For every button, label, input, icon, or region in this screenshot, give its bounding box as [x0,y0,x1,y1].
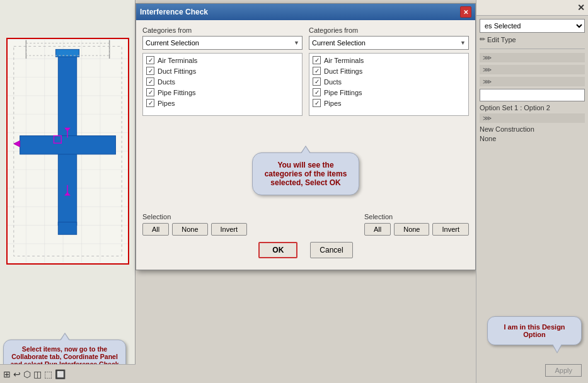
right-category-dropdown[interactable]: Current Selection ▼ [309,36,469,50]
right-section-2: ⋙ [480,65,585,74]
blueprint-area [6,38,129,265]
right-text-input[interactable] [480,89,585,101]
right-section-4: ⋙ [480,113,585,123]
left-selection-area: Selection All None Invert [142,213,247,236]
categories-row: Categories from Current Selection ▼ Air … [142,26,469,116]
right-panel-close[interactable]: ✕ [577,3,585,13]
dialog-bottom-row: OK Cancel [142,238,469,263]
edit-type-button[interactable]: ✏ Edit Type [480,35,585,43]
dialog-close-button[interactable]: ✕ [460,6,471,18]
left-selection-buttons: All None Invert [142,223,247,236]
left-selection-label: Selection [142,213,247,220]
item-label-pipes-right: Pipes [324,100,342,107]
svg-rect-19 [20,136,116,154]
right-category-panel: Categories from Current Selection ▼ Air … [309,26,469,116]
left-items-list: Air Terminals Duct Fittings Ducts Pipe F… [142,53,303,116]
left-invert-button[interactable]: Invert [211,223,248,236]
list-item-pipes-left[interactable]: Pipes [144,98,301,108]
new-construction-row: New Construction [480,125,585,133]
item-label-pipe-fittings-left: Pipe Fittings [158,89,196,96]
expand-arrow-1[interactable]: ⋙ [483,54,492,61]
toolbar-icon-2[interactable]: ↩ [13,369,21,379]
balloon-arrow-up [60,333,70,340]
list-item-ducts-left[interactable]: Ducts [144,76,301,87]
checkbox-duct-fittings-right[interactable] [313,67,321,75]
left-all-button[interactable]: All [142,223,169,236]
middle-balloon-arrow [301,146,311,153]
middle-section: You will see the categories of the items… [142,121,469,209]
right-properties-panel: ✕ es Selected ✏ Edit Type ⋙ ⋙ ⋙ Option S… [476,0,588,383]
none-label: None [480,135,585,142]
left-category-panel: Categories from Current Selection ▼ Air … [142,26,303,116]
checkbox-pipes-left[interactable] [146,99,154,107]
item-label-pipe-fittings-right: Pipe Fittings [324,89,362,96]
ok-button[interactable]: OK [258,242,297,258]
right-categories-label: Categories from [309,26,469,34]
left-categories-label: Categories from [142,26,303,34]
expand-arrow-3[interactable]: ⋙ [483,78,492,85]
apply-button[interactable]: Apply [545,364,582,377]
right-panel-content: es Selected ✏ Edit Type ⋙ ⋙ ⋙ Option Set… [476,16,588,147]
right-selection-buttons: All None Invert [364,223,469,236]
list-item-ducts-right[interactable]: Ducts [311,76,467,87]
item-label-air-terminals-left: Air Terminals [158,57,197,64]
dialog-footer: Selection All None Invert Selection All … [142,209,469,238]
new-construction-label: New Construction [480,125,534,133]
item-label-duct-fittings-right: Duct Fittings [324,67,362,75]
toolbar-icon-6[interactable]: 🔲 [55,369,66,379]
list-item-air-terminals-right[interactable]: Air Terminals [311,55,467,66]
separator-1 [480,49,585,49]
right-dropdown-value: Current Selection [312,39,366,47]
item-label-ducts-left: Ducts [158,78,175,86]
toolbar-icon-5[interactable]: ⬚ [44,369,52,379]
right-instruction-balloon: I am in this Design Option [487,316,582,345]
edit-type-icon: ✏ [480,35,485,43]
right-items-list: Air Terminals Duct Fittings Ducts Pipe F… [309,53,469,116]
checkbox-pipes-right[interactable] [313,99,321,107]
left-panel: Select items, now go to the Collaborate … [0,0,135,383]
right-selection-area: Selection All None Invert [364,213,469,236]
right-section-1: ⋙ [480,53,585,62]
edit-type-label: Edit Type [487,36,516,43]
left-category-dropdown[interactable]: Current Selection ▼ [142,36,303,50]
item-label-duct-fittings-left: Duct Fittings [158,67,196,75]
list-item-pipes-right[interactable]: Pipes [311,98,467,108]
toolbar-icon-3[interactable]: ⬡ [23,369,31,379]
right-dropdown-arrow: ▼ [460,40,466,46]
left-dropdown-arrow: ▼ [294,40,299,46]
item-label-ducts-right: Ducts [324,78,342,86]
right-panel-dropdown-row: es Selected [480,19,585,33]
expand-arrow-4[interactable]: ⋙ [483,115,492,122]
list-item-duct-fittings-left[interactable]: Duct Fittings [144,66,301,76]
cancel-button[interactable]: Cancel [310,242,352,258]
right-invert-button[interactable]: Invert [432,223,469,236]
expand-arrow-2[interactable]: ⋙ [483,66,492,73]
right-none-button[interactable]: None [394,223,429,236]
checkbox-ducts-left[interactable] [146,77,154,86]
right-all-button[interactable]: All [364,223,391,236]
toolbar-icon-1[interactable]: ⊞ [3,369,11,379]
right-balloon-text: I am in this Design Option [504,323,565,338]
option-set-label: Option Set 1 : Option 2 [480,104,585,111]
list-item-pipe-fittings-left[interactable]: Pipe Fittings [144,87,301,98]
left-dropdown-value: Current Selection [146,39,199,47]
right-panel-header: ✕ [476,0,588,16]
item-label-air-terminals-right: Air Terminals [324,57,364,64]
blueprint-svg [8,39,128,263]
checkbox-air-terminals-right[interactable] [313,56,321,64]
toolbar-icon-4[interactable]: ◫ [33,369,42,379]
list-item-air-terminals-left[interactable]: Air Terminals [144,55,301,66]
checkbox-pipe-fittings-right[interactable] [313,88,321,96]
right-section-3: ⋙ [480,77,585,86]
svg-rect-21 [58,222,76,235]
checkbox-air-terminals-left[interactable] [146,56,154,64]
checkbox-pipe-fittings-left[interactable] [146,88,154,96]
item-label-pipes-left: Pipes [158,100,175,107]
list-item-pipe-fittings-right[interactable]: Pipe Fittings [311,87,467,98]
right-panel-dropdown[interactable]: es Selected [480,19,585,33]
left-none-button[interactable]: None [172,223,207,236]
checkbox-ducts-right[interactable] [313,77,321,86]
checkbox-duct-fittings-left[interactable] [146,67,154,75]
list-item-duct-fittings-right[interactable]: Duct Fittings [311,66,467,76]
dialog-body: Categories from Current Selection ▼ Air … [136,20,475,270]
